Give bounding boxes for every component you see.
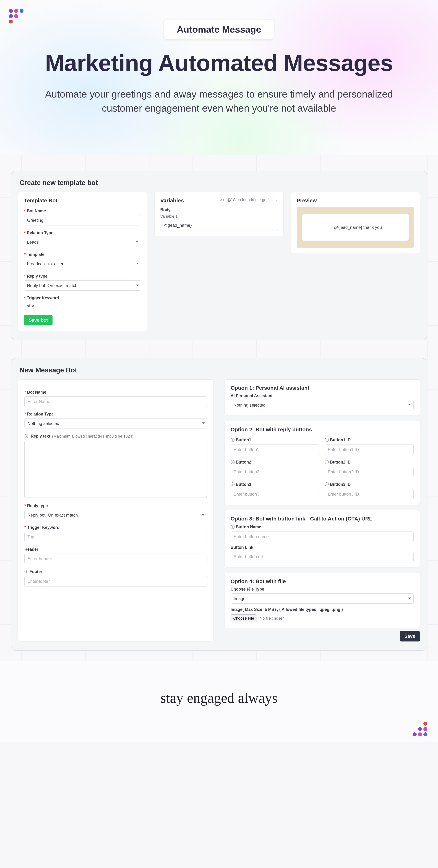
bot-name-label: Bot Name bbox=[24, 209, 141, 213]
preview-bubble: Hi @{lead_name} thank you bbox=[302, 214, 409, 241]
save-button[interactable]: Save bbox=[400, 631, 420, 642]
btn2-label: Button2 bbox=[231, 460, 319, 465]
relation-type-select[interactable]: Leads bbox=[24, 237, 141, 247]
close-icon[interactable]: ✕ bbox=[31, 304, 35, 308]
bot-name-input[interactable] bbox=[24, 215, 141, 225]
nb-relation-select[interactable]: Nothing selected bbox=[24, 418, 207, 429]
preview-card: Preview Hi @{lead_name} thank you bbox=[291, 192, 420, 253]
nb-footer-label: Footer bbox=[24, 569, 207, 575]
variable1-input[interactable] bbox=[160, 220, 278, 230]
variables-card: Variables Use '@' Sign for add merge fie… bbox=[154, 192, 284, 236]
nb-reply-text-label: Reply text (Maximum allowed characters s… bbox=[24, 433, 207, 439]
preview-heading: Preview bbox=[297, 197, 414, 204]
option4-heading: Option 4: Bot with file bbox=[231, 578, 414, 584]
variables-hint: Use '@' Sign for add merge fields. bbox=[218, 197, 278, 202]
preview-canvas: Hi @{lead_name} thank you bbox=[297, 207, 414, 248]
nb-reply-type-label: Reply type bbox=[24, 503, 207, 508]
brand-logo-dots bbox=[9, 9, 24, 24]
reply-type-label: Reply type bbox=[24, 274, 141, 279]
btn3-label: Button3 bbox=[231, 482, 319, 487]
nb-reply-textarea[interactable] bbox=[24, 441, 207, 498]
panel2-title: New Message Bot bbox=[20, 366, 420, 374]
footer-logo-dots bbox=[413, 722, 427, 736]
option2-card: Option 2: Bot with reply buttons Button1… bbox=[224, 421, 420, 505]
main-content: Create new template bot Template Bot Bot… bbox=[0, 155, 438, 661]
option4-card: Option 4: Bot with file Choose File Type… bbox=[224, 573, 420, 628]
nb-header-label: Header bbox=[24, 547, 207, 552]
no-file-text: No file chosen bbox=[260, 616, 284, 621]
btn3id-input[interactable] bbox=[325, 489, 414, 499]
variables-heading: Variables Use '@' Sign for add merge fie… bbox=[160, 197, 278, 204]
nb-header-input[interactable] bbox=[24, 554, 207, 564]
btn2id-input[interactable] bbox=[325, 467, 414, 477]
footer-tagline: stay engaged always bbox=[0, 690, 438, 706]
btn1-label: Button1 bbox=[231, 437, 319, 443]
trigger-chip-text: hi bbox=[27, 304, 30, 308]
nb-trigger-input[interactable] bbox=[24, 532, 207, 542]
file-type-label: Choose File Type bbox=[231, 587, 414, 592]
option1-sublabel: AI Personal Assistant bbox=[231, 394, 414, 398]
cta-link-label: Button Link bbox=[231, 545, 414, 550]
trigger-keyword-label: Trigger Keyword bbox=[24, 296, 141, 300]
cta-name-label: Button Name bbox=[231, 524, 414, 530]
option3-card: Option 3: Bot with button link - Call to… bbox=[224, 510, 420, 567]
option3-heading: Option 3: Bot with button link - Call to… bbox=[231, 516, 414, 522]
new-bot-left-card: Bot Name Relation Type Nothing selected … bbox=[18, 379, 214, 642]
save-bot-button[interactable]: Save bot bbox=[24, 315, 53, 326]
nb-bot-name-label: Bot Name bbox=[24, 390, 207, 395]
option1-card: Option 1: Personal AI assistant AI Perso… bbox=[224, 379, 420, 416]
footer-section: stay engaged always bbox=[0, 661, 438, 742]
nb-bot-name-input[interactable] bbox=[24, 397, 207, 407]
template-select[interactable]: broadcast_to_all en bbox=[24, 259, 141, 269]
nb-footer-input[interactable] bbox=[24, 576, 207, 587]
option1-select[interactable]: Nothing selected bbox=[231, 400, 414, 410]
create-template-bot-panel: Create new template bot Template Bot Bot… bbox=[11, 170, 427, 340]
panel1-title: Create new template bot bbox=[20, 179, 420, 187]
relation-type-label: Relation Type bbox=[24, 230, 141, 235]
option2-heading: Option 2: Bot with reply buttons bbox=[231, 427, 414, 433]
hero-pill: Automate Message bbox=[164, 20, 274, 39]
body-heading: Body bbox=[160, 208, 278, 212]
btn2id-label: Button2 ID bbox=[325, 460, 414, 465]
btn1-input[interactable] bbox=[231, 444, 319, 455]
nb-trigger-label: Trigger Keyword bbox=[24, 525, 207, 530]
file-hint: Image( Max Size: 5 MB) , ( Allowed file … bbox=[231, 607, 414, 612]
option1-heading: Option 1: Personal AI assistant bbox=[231, 385, 414, 391]
btn1id-label: Button1 ID bbox=[325, 437, 414, 443]
template-bot-heading: Template Bot bbox=[24, 197, 141, 204]
variable1-label: Variable 1 bbox=[160, 214, 278, 219]
choose-file-button[interactable]: Choose File bbox=[231, 614, 257, 622]
hero-section: Automate Message Marketing Automated Mes… bbox=[0, 0, 438, 155]
nb-relation-label: Relation Type bbox=[24, 412, 207, 416]
btn3id-label: Button3 ID bbox=[325, 482, 414, 487]
file-type-select[interactable]: Image bbox=[231, 593, 414, 603]
hero-subtitle: Automate your greetings and away message… bbox=[34, 87, 404, 116]
btn3-input[interactable] bbox=[231, 489, 319, 499]
cta-link-input[interactable] bbox=[231, 552, 414, 562]
new-message-bot-panel: New Message Bot Bot Name Relation Type N… bbox=[11, 358, 427, 651]
trigger-chip[interactable]: hi ✕ bbox=[24, 302, 37, 310]
btn2-input[interactable] bbox=[231, 467, 319, 477]
template-bot-card: Template Bot Bot Name Relation Type Lead… bbox=[18, 192, 147, 331]
new-bot-right-column: Option 1: Personal AI assistant AI Perso… bbox=[224, 379, 420, 642]
nb-reply-type-select[interactable]: Reply bot: On exact match bbox=[24, 510, 207, 520]
cta-name-input[interactable] bbox=[231, 531, 414, 542]
reply-type-select[interactable]: Reply bot: On exact match bbox=[24, 280, 141, 290]
btn1id-input[interactable] bbox=[325, 444, 414, 455]
template-label: Template bbox=[24, 252, 141, 257]
hero-title: Marketing Automated Messages bbox=[0, 50, 438, 76]
